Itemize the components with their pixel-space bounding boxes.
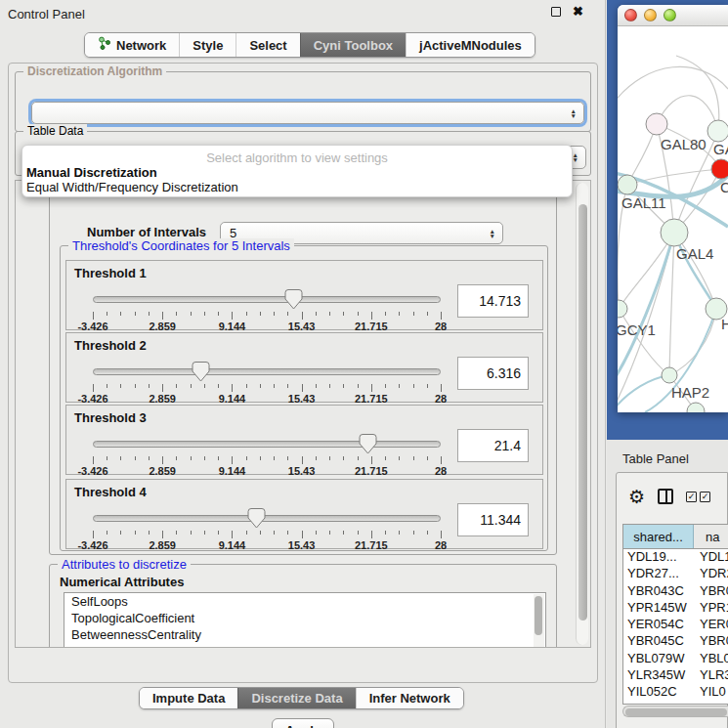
tick-mark (162, 384, 163, 392)
slider-thumb[interactable] (284, 289, 303, 310)
threshold-label: Threshold 1 (74, 266, 147, 280)
table-row[interactable]: YDR27...YDR2 (623, 566, 728, 582)
table-row[interactable]: YLR345WYLR3 (623, 667, 728, 684)
table-row[interactable]: YER054CYER0 (623, 617, 728, 633)
list-item[interactable]: TopologicalCoefficient (64, 610, 545, 626)
network-graph: GAL80GACGAL11GAL4GCY1HHAP2 (618, 26, 728, 412)
column-header-name[interactable]: na (694, 525, 728, 548)
stepper-icon: ▲▼ (490, 229, 495, 238)
table-row[interactable]: YIL052CYIL0 (623, 684, 728, 701)
gear-icon[interactable]: ⚙ (628, 486, 645, 508)
tick-mark (162, 531, 163, 538)
network-node[interactable] (618, 175, 637, 194)
slider-thumb[interactable] (192, 362, 210, 382)
node-label: C (720, 179, 728, 195)
network-edge (669, 233, 674, 375)
tab-cyni-toolbox[interactable]: Cyni Toolbox (300, 33, 406, 57)
scale-label: 2.859 (149, 393, 176, 405)
list-scrollbar-thumb[interactable] (535, 596, 542, 635)
slider-track[interactable] (93, 296, 441, 303)
algorithm-select[interactable]: ▲▼ (31, 102, 584, 124)
tick-mark (232, 531, 233, 538)
tick-mark (413, 384, 414, 388)
table-row[interactable]: YBR045CYBR0 (623, 633, 728, 650)
panel-scrollbar-thumb[interactable] (578, 204, 587, 621)
tick-mark (93, 531, 94, 538)
network-node[interactable] (646, 113, 667, 135)
float-window-icon[interactable] (551, 7, 561, 17)
scale-label: -3.426 (77, 539, 107, 551)
network-node[interactable] (662, 367, 677, 383)
tick-mark (107, 384, 107, 388)
algorithm-dropdown-popup: Select algorithm to view settings Manual… (21, 145, 573, 197)
minimize-traffic-light-icon[interactable] (644, 9, 657, 21)
scale-label: 28 (435, 465, 447, 477)
list-scrollbar[interactable] (534, 594, 544, 648)
slider-track[interactable] (93, 441, 441, 448)
table-row[interactable]: YBR043CYBR0 (623, 583, 728, 600)
column-header-shared-name[interactable]: shared... (623, 525, 694, 548)
threshold-value-field[interactable]: 11.344 (457, 503, 529, 536)
tick-mark (135, 312, 136, 316)
network-canvas[interactable]: GAL80GACGAL11GAL4GCY1HHAP2 (618, 26, 728, 412)
close-icon[interactable]: ✖ (573, 7, 583, 17)
popup-option[interactable]: Manual Discretization (26, 165, 157, 180)
tab-discretize-data[interactable]: Discretize Data (237, 688, 355, 708)
tick-mark (413, 531, 414, 535)
network-node[interactable] (618, 300, 627, 318)
slider-thumb[interactable] (247, 508, 266, 529)
close-traffic-light-icon[interactable] (624, 9, 637, 21)
zoom-traffic-light-icon[interactable] (664, 9, 676, 21)
tick-mark (204, 531, 205, 535)
tab-network[interactable]: Network (85, 33, 179, 57)
threshold-value-field[interactable]: 14.713 (457, 284, 529, 318)
threshold-value-field[interactable]: 21.4 (457, 429, 529, 462)
checkbox-icon[interactable]: ✓ (700, 492, 710, 502)
slider-track[interactable] (93, 368, 441, 375)
panel-scrollbar[interactable] (576, 183, 588, 645)
tick-mark (218, 312, 219, 316)
slider-scale: -3.4262.8599.14415.4321.71528 (93, 393, 441, 404)
network-node[interactable] (661, 219, 688, 246)
slider-track[interactable] (93, 515, 441, 522)
scale-label: 9.144 (219, 539, 246, 551)
table-row[interactable]: YPR145WYPR1 (623, 600, 728, 617)
tick-mark (120, 384, 121, 388)
tick-mark (371, 312, 372, 320)
tick-mark (399, 456, 400, 460)
tab-infer-network[interactable]: Infer Network (356, 688, 463, 708)
tick-mark (246, 456, 247, 460)
threshold-value-field[interactable]: 6.316 (457, 357, 529, 390)
network-edge (669, 309, 716, 375)
network-node[interactable] (687, 403, 705, 412)
scale-label: -3.426 (77, 321, 107, 332)
node-table[interactable]: shared... na YDL19...YDL1YDR27...YDR2YBR… (622, 524, 728, 705)
tab-style[interactable]: Style (179, 33, 236, 57)
tick-mark (107, 456, 107, 460)
tab-label: Impute Data (152, 691, 225, 706)
tick-mark (316, 384, 317, 388)
tick-mark (93, 312, 94, 320)
tick-mark (329, 312, 330, 316)
tab-impute-data[interactable]: Impute Data (140, 688, 237, 708)
tab-label: Infer Network (369, 691, 450, 706)
table-row[interactable]: YDL19...YDL1 (623, 549, 728, 566)
list-item[interactable]: SelfLoops (64, 593, 545, 610)
list-item[interactable]: BetweennessCentrality (64, 626, 545, 643)
slider-ticks (93, 384, 441, 392)
popup-option[interactable]: Equal Width/Frequency Discretization (26, 180, 238, 194)
table-row[interactable]: YBL079WYBL0 (623, 651, 728, 667)
slider-thumb[interactable] (359, 434, 377, 454)
tab-select[interactable]: Select (236, 33, 299, 57)
cell-shared-name: YIL052C (623, 684, 694, 701)
numerical-attributes-list[interactable]: SelfLoopsTopologicalCoefficientBetweenne… (64, 592, 546, 648)
checkbox-icon[interactable]: ✓ (686, 492, 697, 502)
network-node[interactable] (711, 159, 728, 179)
table-scrollbar-thumb[interactable] (625, 708, 727, 716)
table-horizontal-scrollbar[interactable] (622, 706, 728, 717)
columns-icon[interactable] (658, 489, 673, 504)
network-node[interactable] (707, 120, 728, 142)
tab-jactivemnodules[interactable]: jActiveMNodules (406, 33, 535, 57)
apply-button[interactable]: Apply (272, 718, 334, 728)
tick-mark (120, 531, 121, 535)
